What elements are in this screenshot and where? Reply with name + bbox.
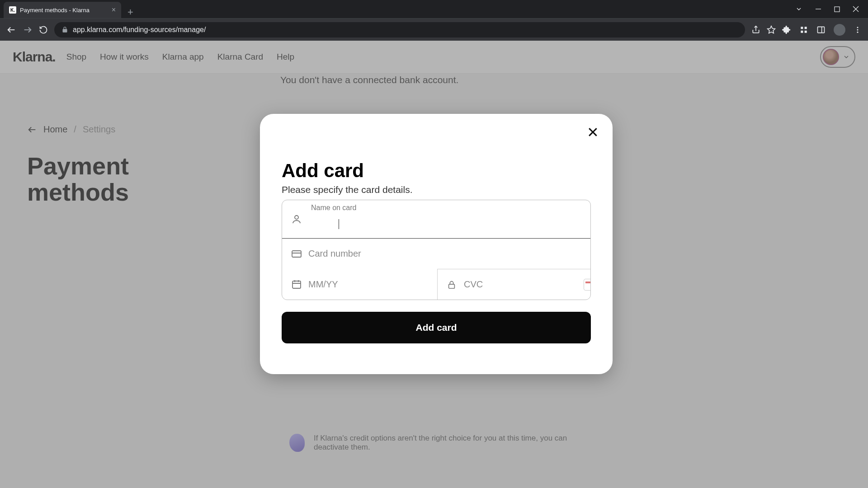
sidepanel-icon[interactable] — [816, 25, 826, 34]
tab-bar: K. Payment methods - Klarna × + — [0, 0, 868, 18]
card-icon — [291, 249, 303, 259]
close-icon[interactable]: ✕ — [587, 124, 599, 141]
lock-icon — [447, 280, 458, 290]
svg-rect-21 — [449, 284, 455, 288]
profile-avatar-icon[interactable] — [834, 24, 845, 36]
browser-right-icons — [782, 24, 862, 36]
browser-tab[interactable]: K. Payment methods - Klarna × — [4, 2, 121, 18]
person-icon — [291, 214, 303, 225]
reload-icon[interactable] — [39, 25, 48, 34]
modal-subtitle: Please specify the card details. — [282, 184, 591, 195]
new-tab-button[interactable]: + — [121, 6, 140, 18]
svg-point-10 — [857, 27, 859, 28]
forward-icon[interactable] — [23, 25, 33, 35]
svg-rect-8 — [818, 27, 825, 33]
card-number-field[interactable] — [282, 238, 590, 269]
puzzle-icon[interactable] — [799, 25, 808, 34]
name-on-card-field[interactable]: Name on card — [282, 200, 591, 239]
url-text: app.klarna.com/funding-sources/manage/ — [73, 26, 206, 34]
add-card-modal: ✕ Add card Please specify the card detai… — [260, 114, 613, 374]
add-card-button[interactable]: Add card — [282, 312, 591, 343]
calendar-icon — [291, 279, 303, 290]
svg-marker-7 — [768, 26, 775, 33]
cvc-input[interactable] — [458, 269, 584, 300]
window-controls — [786, 0, 868, 18]
svg-point-11 — [857, 29, 859, 30]
expiry-field[interactable] — [282, 269, 437, 300]
expiry-input[interactable] — [303, 269, 428, 300]
expiry-cvc-row — [282, 269, 590, 300]
lock-icon — [61, 26, 68, 33]
star-icon[interactable] — [767, 25, 776, 34]
name-label: Name on card — [311, 204, 357, 212]
tab-close-icon[interactable]: × — [112, 6, 116, 14]
page: Klarna. Shop How it works Klarna app Kla… — [0, 41, 868, 488]
chevron-down-icon[interactable] — [795, 5, 802, 13]
menu-dots-icon[interactable] — [854, 26, 862, 34]
window-close-icon[interactable] — [853, 6, 859, 12]
url-box[interactable]: app.klarna.com/funding-sources/manage/ — [54, 22, 745, 38]
extensions-icon[interactable] — [782, 25, 791, 34]
browser-chrome: K. Payment methods - Klarna × + app.klar… — [0, 0, 868, 41]
address-bar: app.klarna.com/funding-sources/manage/ — [0, 18, 868, 41]
text-caret — [339, 219, 339, 229]
svg-rect-17 — [292, 281, 301, 288]
svg-point-12 — [857, 31, 859, 33]
card-fields: Name on card — [282, 200, 591, 300]
tab-title: Payment methods - Klarna — [20, 7, 90, 14]
svg-rect-15 — [292, 251, 301, 257]
window-minimize-icon[interactable] — [815, 6, 821, 12]
back-icon[interactable] — [6, 25, 16, 35]
window-maximize-icon[interactable] — [834, 6, 840, 12]
svg-point-14 — [295, 216, 298, 219]
svg-rect-1 — [835, 7, 840, 12]
card-number-input[interactable] — [303, 239, 581, 269]
cvc-field[interactable] — [437, 269, 591, 300]
cvc-hint-icon — [584, 279, 591, 291]
tab-favicon: K. — [9, 6, 16, 14]
modal-title: Add card — [282, 160, 591, 182]
share-icon[interactable] — [751, 25, 760, 34]
